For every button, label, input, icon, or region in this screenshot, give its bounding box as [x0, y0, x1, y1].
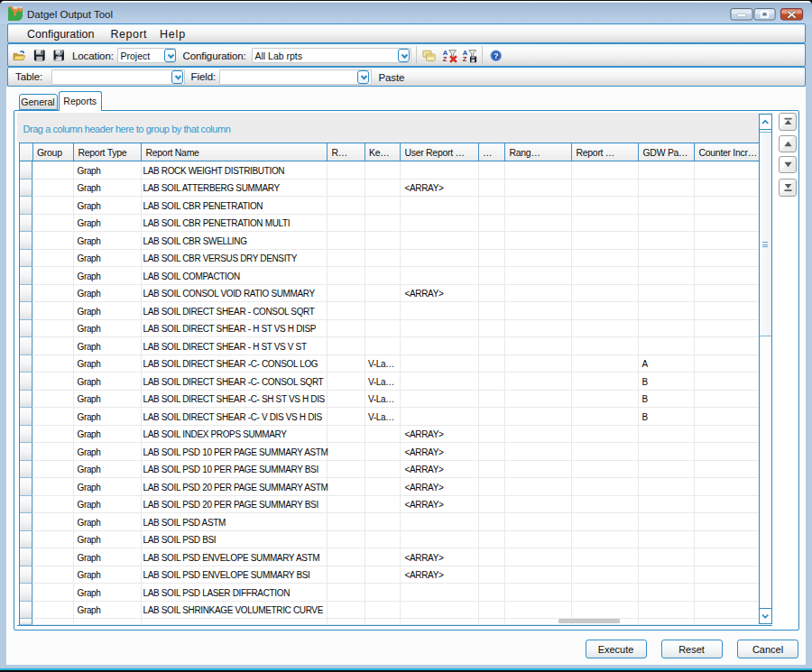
svg-text:?: ? — [494, 51, 499, 60]
svg-text:Z: Z — [463, 55, 467, 63]
svg-text:Z: Z — [442, 55, 447, 63]
